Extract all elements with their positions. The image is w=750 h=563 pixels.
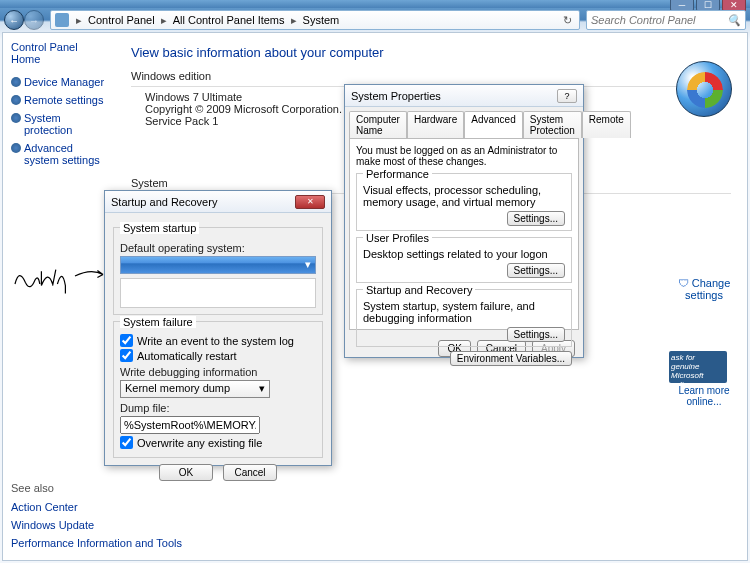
sidebar-home[interactable]: Control Panel Home <box>11 41 107 65</box>
environment-variables-button[interactable]: Environment Variables... <box>450 351 572 366</box>
windows-logo-icon <box>676 61 732 117</box>
help-button[interactable]: ? <box>557 89 577 103</box>
page-title: View basic information about your comput… <box>131 45 731 60</box>
search-placeholder: Search Control Panel <box>591 14 696 26</box>
chevron-right-icon: ▸ <box>291 14 297 27</box>
system-properties-dialog: System Properties ? Computer Name Hardwa… <box>344 84 584 358</box>
shield-icon <box>11 77 21 87</box>
learn-more-link[interactable]: Learn more online... <box>669 385 739 407</box>
genuine-badge: ask for genuine Microsoft software <box>669 351 727 383</box>
shield-icon <box>11 113 21 123</box>
change-settings-link[interactable]: Change settings <box>669 277 739 301</box>
search-icon: 🔍 <box>727 14 741 27</box>
chevron-right-icon: ▸ <box>161 14 167 27</box>
performance-desc: Visual effects, processor scheduling, me… <box>363 184 565 208</box>
sidebar-item-device-manager[interactable]: Device Manager <box>11 73 107 91</box>
tab-hardware[interactable]: Hardware <box>407 111 464 138</box>
cancel-button[interactable]: Cancel <box>223 464 277 481</box>
shield-icon <box>11 95 21 105</box>
close-button[interactable]: ✕ <box>295 195 325 209</box>
default-os-label: Default operating system: <box>120 242 316 254</box>
section-header: Windows edition <box>131 70 731 82</box>
dialog-title: System Properties <box>351 90 441 102</box>
debugging-combo[interactable]: Kernel memory dump <box>120 380 270 398</box>
breadcrumb-part[interactable]: Control Panel <box>85 13 158 27</box>
search-input[interactable]: Search Control Panel 🔍 <box>586 10 746 30</box>
refresh-icon[interactable]: ↻ <box>563 14 572 27</box>
tab-computer-name[interactable]: Computer Name <box>349 111 407 138</box>
sidebar-item-remote-settings[interactable]: Remote settings <box>11 91 107 109</box>
overwrite-checkbox[interactable]: Overwrite any existing file <box>120 436 316 449</box>
dump-file-input[interactable] <box>120 416 260 434</box>
userprofiles-desc: Desktop settings related to your logon <box>363 248 565 260</box>
performance-settings-button[interactable]: Settings... <box>507 211 565 226</box>
tab-system-protection[interactable]: System Protection <box>523 111 582 138</box>
debugging-label: Write debugging information <box>120 366 316 378</box>
shield-icon <box>11 143 21 153</box>
tab-advanced[interactable]: Advanced <box>464 111 522 138</box>
legend: User Profiles <box>363 232 432 244</box>
ok-button[interactable]: OK <box>159 464 213 481</box>
dialog-title: Startup and Recovery <box>111 196 217 208</box>
startup-desc: System startup, system failure, and debu… <box>363 300 565 324</box>
userprofiles-settings-button[interactable]: Settings... <box>507 263 565 278</box>
legend: Startup and Recovery <box>363 284 475 296</box>
breadcrumb-part[interactable]: System <box>300 13 343 27</box>
write-event-checkbox[interactable]: Write an event to the system log <box>120 334 316 347</box>
os-list <box>120 278 316 308</box>
breadcrumb[interactable]: ▸ Control Panel ▸ All Control Panel Item… <box>50 10 580 30</box>
dump-file-label: Dump file: <box>120 402 316 414</box>
legend: System startup <box>120 222 199 234</box>
nav-forward[interactable]: → <box>24 10 44 30</box>
default-os-combo[interactable] <box>120 256 316 274</box>
chevron-right-icon: ▸ <box>76 14 82 27</box>
breadcrumb-part[interactable]: All Control Panel Items <box>170 13 288 27</box>
legend: Performance <box>363 168 432 180</box>
sidebar-item-system-protection[interactable]: System protection <box>11 109 107 139</box>
admin-note: You must be logged on as an Administrato… <box>356 145 572 167</box>
control-panel-icon <box>55 13 69 27</box>
startup-settings-button[interactable]: Settings... <box>507 327 565 342</box>
startup-recovery-dialog: Startup and Recovery ✕ System startup De… <box>104 190 332 466</box>
auto-restart-checkbox[interactable]: Automatically restart <box>120 349 316 362</box>
sidebar-item-advanced-system-settings[interactable]: Advanced system settings <box>11 139 107 169</box>
legend: System failure <box>120 316 196 328</box>
nav-back[interactable]: ← <box>4 10 24 30</box>
tab-remote[interactable]: Remote <box>582 111 631 138</box>
